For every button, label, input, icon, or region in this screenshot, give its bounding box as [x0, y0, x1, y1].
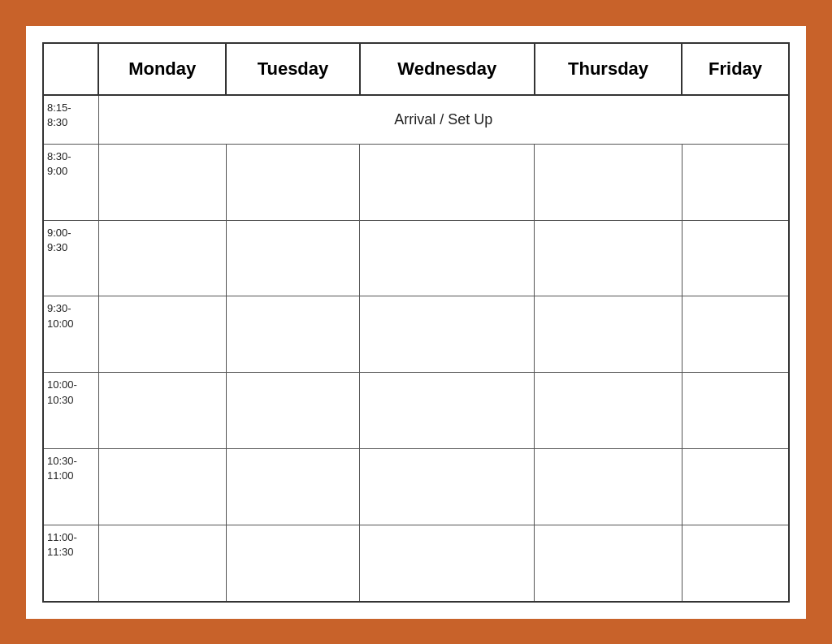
- table-row: 10:30-11:00: [43, 449, 789, 525]
- cell-wednesday-1030: [360, 449, 535, 525]
- cell-wednesday-900: [360, 220, 535, 296]
- cell-friday-930: [682, 296, 789, 373]
- cell-thursday-900: [535, 220, 682, 296]
- schedule-table: Monday Tuesday Wednesday Thursday Friday…: [42, 42, 790, 603]
- header-friday: Friday: [682, 43, 789, 95]
- header-tuesday: Tuesday: [226, 43, 359, 95]
- table-row: 11:00-11:30: [43, 525, 789, 602]
- cell-tuesday-830: [226, 144, 359, 220]
- cell-thursday-1030: [535, 449, 682, 525]
- arrival-cell: Arrival / Set Up: [98, 95, 789, 145]
- cell-tuesday-1100: [226, 525, 359, 602]
- cell-thursday-1100: [535, 525, 682, 602]
- header-wednesday: Wednesday: [360, 43, 535, 95]
- time-cell-900: 9:00-9:30: [43, 220, 98, 296]
- cell-friday-1030: [682, 449, 789, 525]
- table-row: 9:30-10:00: [43, 296, 789, 373]
- page-container: Monday Tuesday Wednesday Thursday Friday…: [26, 26, 806, 619]
- time-cell-1030: 10:30-11:00: [43, 449, 98, 525]
- header-monday: Monday: [98, 43, 226, 95]
- header-time: [43, 43, 98, 95]
- cell-monday-900: [98, 220, 226, 296]
- cell-monday-930: [98, 296, 226, 373]
- cell-friday-1000: [682, 373, 789, 449]
- cell-friday-1100: [682, 525, 789, 602]
- table-row: 10:00-10:30: [43, 373, 789, 449]
- time-cell-1000: 10:00-10:30: [43, 373, 98, 449]
- cell-thursday-1000: [535, 373, 682, 449]
- cell-monday-1100: [98, 525, 226, 602]
- table-row: 9:00-9:30: [43, 220, 789, 296]
- time-cell-815: 8:15-8:30: [43, 95, 98, 145]
- table-row: 8:30-9:00: [43, 144, 789, 220]
- header-thursday: Thursday: [535, 43, 682, 95]
- cell-monday-1030: [98, 449, 226, 525]
- table-row: 8:15-8:30 Arrival / Set Up: [43, 95, 789, 145]
- cell-wednesday-1000: [360, 373, 535, 449]
- time-cell-830: 8:30-9:00: [43, 144, 98, 220]
- cell-tuesday-1000: [226, 373, 359, 449]
- cell-wednesday-830: [360, 144, 535, 220]
- time-cell-930: 9:30-10:00: [43, 296, 98, 373]
- cell-thursday-830: [535, 144, 682, 220]
- cell-friday-900: [682, 220, 789, 296]
- cell-monday-1000: [98, 373, 226, 449]
- cell-wednesday-930: [360, 296, 535, 373]
- cell-wednesday-1100: [360, 525, 535, 602]
- cell-monday-830: [98, 144, 226, 220]
- cell-tuesday-900: [226, 220, 359, 296]
- time-cell-1100: 11:00-11:30: [43, 525, 98, 602]
- cell-thursday-930: [535, 296, 682, 373]
- cell-tuesday-930: [226, 296, 359, 373]
- cell-tuesday-1030: [226, 449, 359, 525]
- cell-friday-830: [682, 144, 789, 220]
